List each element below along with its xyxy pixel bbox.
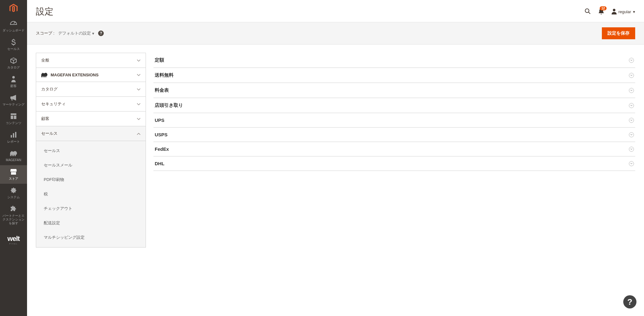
expand-down-icon xyxy=(629,147,634,152)
expand-down-icon xyxy=(629,58,634,63)
sidebar-item-customers[interactable]: 顧客 xyxy=(0,73,27,91)
sidebar-item-magefan[interactable]: MAGEFAN xyxy=(0,147,27,165)
box-icon xyxy=(10,57,17,64)
config-group-security[interactable]: セキュリティ xyxy=(36,97,146,112)
caret-down-icon: ▾ xyxy=(92,31,94,36)
save-config-button[interactable]: 設定を保存 xyxy=(602,27,635,39)
topbar: 設定 12 regular ▾ xyxy=(27,0,644,22)
sidebar-item-content[interactable]: コンテンツ xyxy=(0,110,27,128)
sub-item-sales[interactable]: セールス xyxy=(36,144,146,158)
sub-item-sales-emails[interactable]: セールスメール xyxy=(36,158,146,172)
config-sections: 定額 送料無料 料金表 店頭引き取り UPS xyxy=(153,53,635,248)
config-group-customers[interactable]: 顧客 xyxy=(36,112,146,126)
user-icon xyxy=(612,9,617,14)
elephant-icon xyxy=(10,150,17,157)
sidebar-item-marketing[interactable]: マーケティング xyxy=(0,91,27,110)
section-flatrate[interactable]: 定額 xyxy=(153,53,635,68)
chevron-down-icon xyxy=(137,87,141,92)
puzzle-icon xyxy=(10,205,17,212)
sidebar-item-system[interactable]: システム xyxy=(0,184,27,202)
scope-bar: スコープ : デフォルトの設定 ▾ ? 設定を保存 xyxy=(27,22,644,45)
megaphone-icon xyxy=(10,94,17,101)
scope-label: スコープ : xyxy=(36,30,54,36)
gear-icon xyxy=(10,187,17,194)
sub-item-checkout[interactable]: チェックアウト xyxy=(36,201,146,216)
config-group-catalog[interactable]: カタログ xyxy=(36,82,146,97)
expand-down-icon xyxy=(629,161,634,166)
chevron-down-icon xyxy=(137,58,141,63)
search-icon[interactable] xyxy=(585,8,591,15)
expand-down-icon xyxy=(629,118,634,123)
sidebar-item-sales[interactable]: セールス xyxy=(0,35,27,54)
section-dhl[interactable]: DHL xyxy=(153,156,635,171)
sub-item-multishipping[interactable]: マルチシッピング設定 xyxy=(36,230,146,245)
layout-icon xyxy=(10,113,17,120)
expand-down-icon xyxy=(629,132,634,137)
person-icon xyxy=(10,76,17,83)
expand-down-icon xyxy=(629,73,634,78)
config-group-magefan[interactable]: MAGEFAN EXTENSIONS xyxy=(36,68,146,82)
section-ups[interactable]: UPS xyxy=(153,113,635,128)
caret-down-icon: ▾ xyxy=(633,9,635,14)
page-title: 設定 xyxy=(36,6,53,18)
notification-badge: 12 xyxy=(600,6,606,10)
section-instorepickup[interactable]: 店頭引き取り xyxy=(153,98,635,113)
config-group-sales[interactable]: セールス xyxy=(36,126,146,141)
section-fedex[interactable]: FedEx xyxy=(153,142,635,156)
sidebar-item-dashboard[interactable]: ダッシュボード xyxy=(0,17,27,35)
chevron-down-icon xyxy=(137,102,141,106)
dollar-icon xyxy=(10,39,17,46)
notifications-icon[interactable]: 12 xyxy=(598,8,604,15)
elephant-icon xyxy=(41,72,47,77)
sub-item-pdf-printouts[interactable]: PDF印刷物 xyxy=(36,172,146,187)
chevron-down-icon xyxy=(137,117,141,121)
config-nav: 全般 MAGEFAN EXTENSIONS カタログ セキュリティ xyxy=(36,53,146,248)
config-group-general[interactable]: 全般 xyxy=(36,53,146,68)
config-group-sales-children: セールス セールスメール PDF印刷物 税 チェックアウト 配送設定 マルチシッ… xyxy=(36,141,146,247)
sub-item-shipping-settings[interactable]: 配送設定 xyxy=(36,216,146,230)
section-usps[interactable]: USPS xyxy=(153,128,635,142)
sidebar-item-catalog[interactable]: カタログ xyxy=(0,54,27,73)
sidebar-item-reports[interactable]: レポート xyxy=(0,128,27,147)
gauge-icon xyxy=(10,20,17,27)
sidebar-item-partners[interactable]: パートナーとエクステンションを探す xyxy=(0,202,27,228)
section-tablerate[interactable]: 料金表 xyxy=(153,83,635,98)
welt-brand[interactable]: welt PIXEL xyxy=(0,228,27,245)
user-menu[interactable]: regular ▾ xyxy=(612,9,635,14)
sidebar-item-stores[interactable]: ストア xyxy=(0,165,27,184)
magento-logo[interactable] xyxy=(0,0,27,17)
store-icon xyxy=(10,168,17,175)
chevron-up-icon xyxy=(137,131,141,136)
admin-sidebar: ダッシュボード セールス カタログ 顧客 マーケティング コンテンツ レポート xyxy=(0,0,27,316)
help-icon[interactable]: ? xyxy=(98,30,104,36)
chevron-down-icon xyxy=(137,73,141,77)
expand-down-icon xyxy=(629,103,634,108)
sub-item-tax[interactable]: 税 xyxy=(36,187,146,201)
bars-icon xyxy=(10,131,17,138)
expand-down-icon xyxy=(629,88,634,93)
section-freeshipping[interactable]: 送料無料 xyxy=(153,68,635,83)
scope-select[interactable]: デフォルトの設定 ▾ xyxy=(58,30,94,36)
floating-help-icon[interactable]: ? xyxy=(623,295,636,308)
